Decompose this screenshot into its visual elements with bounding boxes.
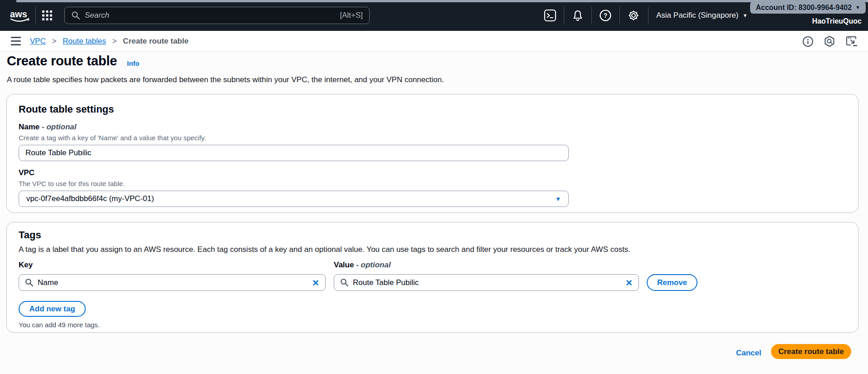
tag-key-input[interactable] [38, 278, 307, 287]
breadcrumb-current-page: Create route table [123, 37, 189, 46]
account-id-menu[interactable]: Account ID: 8300-9964-9402 ▼ [750, 1, 866, 14]
page-title: Create route table [7, 54, 117, 69]
global-search-input[interactable]: Search [Alt+S] [64, 7, 370, 24]
help-icon[interactable]: ? [596, 0, 614, 31]
breadcrumb-separator: > [52, 37, 56, 45]
region-selector[interactable]: Asia Pacific (Singapore) ▼ [656, 0, 747, 31]
region-label: Asia Pacific (Singapore) [656, 11, 738, 20]
search-icon [71, 11, 80, 20]
tag-row: Key × Value - optional [19, 261, 846, 291]
name-field-label: Name - optional [19, 123, 846, 132]
tags-title: Tags [19, 229, 846, 241]
header-divider [564, 7, 564, 24]
cancel-button[interactable]: Cancel [736, 349, 761, 358]
remove-tag-button[interactable]: Remove [647, 274, 697, 291]
breadcrumb: VPC > Route tables > Create route table [30, 37, 189, 46]
apps-grid-icon[interactable] [42, 10, 53, 21]
breadcrumb-separator: > [112, 37, 117, 45]
header-divider [591, 7, 592, 24]
chevron-down-icon: ▼ [855, 5, 860, 10]
search-placeholder: Search [85, 11, 335, 20]
clear-key-icon[interactable]: × [311, 277, 321, 288]
top-edge-strip [16, 0, 868, 2]
amazon-q-hexagon-icon[interactable] [824, 35, 835, 47]
header-divider [619, 7, 620, 24]
tag-value-label: Value - optional [334, 261, 639, 271]
account-id-label: Account ID: 8300-9964-9402 [756, 4, 852, 12]
account-username: HaoTrieuQuoc [812, 17, 862, 25]
chevron-down-icon: ▼ [555, 196, 561, 202]
header-divider [35, 7, 36, 24]
svg-text:aws: aws [10, 9, 27, 19]
clear-value-icon[interactable]: × [624, 277, 634, 288]
create-route-table-button[interactable]: Create route table [771, 344, 851, 359]
side-navigation-toggle-icon[interactable] [11, 37, 21, 45]
vpc-select[interactable]: vpc-0f7ee4afbdbb66f4c (my-VPC-01) ▼ [19, 191, 569, 207]
name-field-description: Create a tag with a key of 'Name' and a … [19, 134, 846, 142]
tag-key-input-wrapper: × [19, 274, 326, 291]
info-circle-icon[interactable] [802, 36, 814, 47]
tags-card: Tags A tag is a label that you assign to… [6, 222, 858, 333]
breadcrumb-link-route-tables[interactable]: Route tables [63, 37, 106, 46]
breadcrumb-link-vpc[interactable]: VPC [30, 37, 46, 46]
search-icon [340, 278, 349, 287]
page-description: A route table specifies how packets are … [7, 75, 444, 84]
cloudshell-terminal-icon[interactable] [541, 0, 559, 31]
tags-remaining-note: You can add 49 more tags. [19, 321, 846, 329]
route-table-settings-card: Route table settings Name - optional Cre… [6, 94, 858, 213]
feedback-panel-icon[interactable] [845, 35, 858, 47]
vpc-select-value: vpc-0f7ee4afbdbb66f4c (my-VPC-01) [26, 194, 154, 203]
gear-icon[interactable] [624, 0, 643, 31]
info-link[interactable]: Info [127, 59, 140, 67]
tag-key-label: Key [19, 261, 326, 271]
name-input[interactable] [19, 145, 569, 161]
header-divider [648, 7, 649, 24]
search-icon [25, 278, 34, 287]
tag-value-input-wrapper: × [334, 274, 639, 291]
search-shortcut-hint: [Alt+S] [340, 11, 363, 20]
add-new-tag-button[interactable]: Add new tag [19, 301, 86, 317]
breadcrumb-bar: VPC > Route tables > Create route table [0, 31, 868, 52]
aws-top-navigation: aws Search [Alt+S] [0, 0, 868, 31]
route-table-settings-title: Route table settings [19, 103, 846, 115]
vpc-field-label: VPC [19, 168, 846, 177]
bell-icon[interactable] [569, 0, 587, 31]
tags-description: A tag is a label that you assign to an A… [19, 245, 846, 254]
tag-value-input[interactable] [353, 278, 620, 287]
vpc-field-description: The VPC to use for this route table. [19, 180, 846, 187]
aws-logo[interactable]: aws [8, 8, 33, 24]
svg-text:?: ? [604, 12, 608, 19]
chevron-down-icon: ▼ [742, 13, 747, 18]
